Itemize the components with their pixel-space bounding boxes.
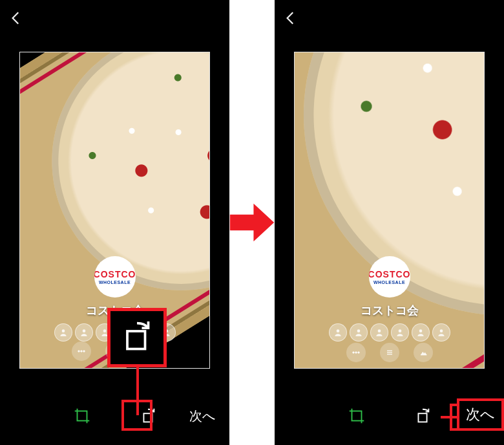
box-text-side: & TAKE BAKE <box>19 288 25 369</box>
back-icon[interactable] <box>8 10 25 27</box>
crop-button[interactable] <box>68 402 96 429</box>
member-icon <box>370 323 388 342</box>
svg-point-29 <box>357 352 359 354</box>
phone-screen-before: TAKE & BAKE ROUND PIZZA & TAKE BAKE COST… <box>0 0 229 445</box>
list-icon[interactable] <box>380 343 399 362</box>
svg-rect-39 <box>418 413 426 422</box>
transition-arrow-icon <box>227 197 277 248</box>
svg-point-25 <box>419 329 422 332</box>
member-icon <box>412 323 430 342</box>
brand-line2: WHOLESALE <box>373 280 405 285</box>
svg-point-2 <box>103 329 106 332</box>
member-avatars <box>329 323 450 342</box>
member-icon <box>75 323 93 342</box>
brand-line1: COSTCO <box>369 270 410 279</box>
member-icon <box>391 323 409 342</box>
top-bar <box>275 0 504 36</box>
chat-icon[interactable] <box>72 342 91 361</box>
annotation-connector <box>441 416 459 418</box>
svg-marker-33 <box>421 352 426 355</box>
svg-point-6 <box>78 351 79 353</box>
svg-rect-13 <box>127 331 145 349</box>
rotate-button[interactable] <box>134 402 162 429</box>
phone-screen-after: COSTCO WHOLESALE コストコ会 <box>275 0 504 445</box>
community-name: コストコ会 <box>361 303 419 318</box>
svg-point-26 <box>439 329 443 332</box>
top-bar <box>0 0 229 36</box>
annotation-callout-next: 次へ <box>457 398 504 431</box>
svg-point-24 <box>398 329 401 332</box>
member-icon <box>329 323 347 342</box>
overlay-action-chips <box>346 343 433 362</box>
image-icon[interactable] <box>414 343 433 362</box>
svg-point-23 <box>377 329 381 332</box>
svg-rect-14 <box>77 411 87 421</box>
svg-point-22 <box>357 329 360 332</box>
crop-button[interactable] <box>343 402 370 429</box>
svg-point-7 <box>80 351 82 353</box>
bottom-toolbar: 次へ <box>0 387 229 445</box>
back-icon[interactable] <box>282 10 299 27</box>
svg-point-1 <box>82 329 85 332</box>
rotate-button[interactable] <box>409 402 436 429</box>
brand-line2: WHOLESALE <box>99 280 131 285</box>
member-icon <box>350 323 368 342</box>
member-icon <box>432 323 450 342</box>
community-avatar: COSTCO WHOLESALE <box>369 256 410 298</box>
svg-point-28 <box>355 352 357 354</box>
community-avatar: COSTCO WHOLESALE <box>94 256 136 298</box>
svg-point-21 <box>336 329 339 332</box>
member-icon <box>54 323 72 342</box>
rotate-button-zoomed <box>107 308 167 367</box>
svg-point-0 <box>61 329 65 332</box>
community-overlay: COSTCO WHOLESALE コストコ会 <box>329 256 450 342</box>
chat-icon[interactable] <box>346 343 366 362</box>
svg-rect-34 <box>352 411 361 421</box>
next-button[interactable]: 次へ <box>189 407 215 425</box>
svg-rect-19 <box>143 413 152 422</box>
svg-point-8 <box>83 351 85 353</box>
svg-point-27 <box>352 352 354 354</box>
brand-line1: COSTCO <box>94 270 136 279</box>
svg-marker-20 <box>230 204 274 242</box>
